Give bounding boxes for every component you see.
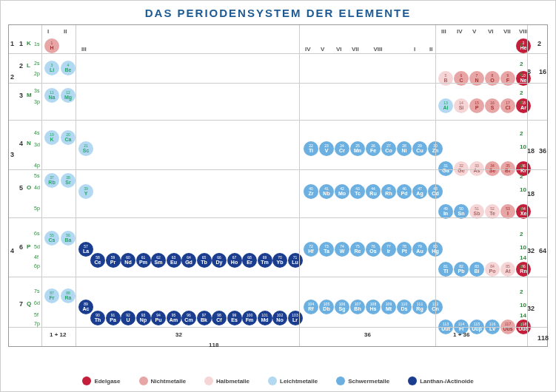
element-Md: 101Md	[258, 311, 272, 325]
element-At: 85At	[500, 262, 515, 277]
orbital-3d: 3d	[34, 142, 40, 147]
element-Rg: 111Rg	[412, 300, 427, 314]
count-15: 2	[520, 288, 523, 295]
orbital-6s: 6s	[34, 231, 39, 236]
element-Po: 84Po	[485, 262, 500, 277]
element-Bi: 83Bi	[469, 262, 484, 277]
block-sum-p: 1 + 36	[453, 331, 469, 338]
period-big-2: 2	[10, 73, 14, 81]
element-Pa: 91Pa	[106, 311, 121, 325]
element-Pu: 94Pu	[151, 311, 166, 325]
main-group-IV: IV	[457, 28, 463, 35]
shell-Q: Q	[27, 300, 31, 307]
periodic-table-chart: 1H2He3Li4Be5B6C7N8O9F10Ne11Na12Mg13Al14S…	[8, 24, 548, 347]
element-Ho: 67Ho	[227, 253, 242, 268]
element-K: 19K	[44, 130, 59, 145]
shell-K: K	[27, 40, 31, 47]
sum-p4: 18	[527, 147, 535, 155]
element-He: 2He	[516, 38, 531, 53]
element-Pb: 82Pb	[454, 262, 469, 277]
element-Hs: 108Hs	[366, 300, 381, 314]
count-0: 2	[520, 41, 523, 48]
element-Ag: 47Ag	[412, 184, 427, 199]
element-Fr: 87Fr	[44, 288, 59, 303]
element-V: 23V	[319, 141, 334, 156]
legend-light: Leichtmetalle	[268, 376, 318, 385]
element-Mg: 12Mg	[61, 88, 76, 103]
element-Ni: 28Ni	[397, 141, 412, 156]
element-Bh: 107Bh	[350, 300, 365, 314]
element-S: 16S	[485, 98, 500, 113]
element-Zr: 40Zr	[304, 184, 318, 199]
element-In: 49In	[438, 204, 453, 219]
element-Db: 105Db	[319, 300, 334, 314]
count-3: 2	[520, 89, 523, 96]
count-2: 6	[520, 71, 523, 78]
element-Cf: 98Cf	[212, 311, 227, 325]
element-Ta: 73Ta	[319, 242, 334, 257]
element-Th: 90Th	[90, 311, 105, 325]
orbital-2s: 2s	[34, 61, 39, 66]
element-Re: 75Re	[350, 242, 365, 257]
element-Ba: 56Ba	[61, 231, 76, 246]
count-16: 14	[520, 312, 526, 319]
element-Sn: 50Sn	[454, 204, 469, 219]
orbital-2p: 2p	[34, 71, 40, 76]
element-Ge: 32Ge	[454, 161, 469, 176]
sum-p6: 18	[527, 190, 535, 197]
sub-group-5: VIII	[374, 46, 383, 53]
element-Pd: 46Pd	[397, 184, 412, 199]
sub-group-6: I	[414, 46, 415, 53]
count-10: 6	[520, 206, 523, 212]
sub-group-7: II	[429, 46, 432, 53]
element-Te: 52Te	[485, 204, 500, 219]
sum-p7: 32	[527, 247, 535, 254]
element-Nd: 60Nd	[121, 253, 135, 268]
element-Fm: 100Fm	[242, 311, 257, 325]
element-Rn: 86Rn	[516, 262, 531, 277]
element-As: 33As	[469, 161, 484, 176]
shell-O: O	[27, 184, 31, 191]
sub-group-3: VI	[336, 46, 342, 53]
element-I: 53I	[500, 204, 515, 219]
main-group-III: III	[441, 28, 446, 35]
count-7: 6	[520, 163, 523, 169]
element-Dy: 66Dy	[212, 253, 227, 268]
main-group-II: II	[64, 28, 67, 35]
element-Ru: 44Ru	[366, 184, 381, 199]
element-Tc: 43Tc	[350, 184, 365, 199]
element-Yb: 70Yb	[272, 253, 287, 268]
element-O: 8O	[485, 71, 500, 86]
legend-metalloid: Halbmetalle	[204, 376, 249, 385]
element-Tl: 81Tl	[438, 262, 453, 277]
period-6: 6	[19, 243, 23, 251]
element-N: 7N	[469, 71, 484, 86]
page-title: DAS PERIODENSYSTEM DER ELEMENTE	[1, 1, 555, 25]
element-Rf: 104Rf	[304, 300, 318, 314]
sum-total: 118	[537, 334, 549, 342]
count-12: 14	[520, 254, 526, 261]
period-4: 4	[19, 140, 23, 147]
element-Ac: 89Ac	[78, 300, 93, 314]
element-Ga: 31Ga	[438, 161, 453, 176]
period-5: 5	[19, 184, 23, 192]
sum-p3: 16	[539, 68, 546, 75]
element-Np: 93Np	[136, 311, 151, 325]
orbital-4s: 4s	[34, 130, 39, 135]
element-Fe: 26Fe	[366, 141, 381, 156]
count-8: 2	[520, 173, 523, 180]
element-Mo: 42Mo	[335, 184, 349, 199]
sub-group-2: V	[321, 46, 324, 53]
legend-lan: Lanthan-/Actinoide	[408, 376, 473, 385]
sub-group-0: III	[81, 46, 87, 53]
period-2: 2	[19, 62, 23, 70]
element-La: 57La	[78, 242, 93, 257]
element-Be: 4Be	[61, 61, 76, 75]
legend-heavy: Schwermetalle	[336, 376, 389, 385]
shell-L: L	[27, 62, 30, 69]
sub-group-1: IV	[305, 46, 311, 53]
count-11: 2	[520, 231, 523, 237]
period-big-3: 3	[10, 151, 14, 158]
element-Sr: 38Sr	[61, 173, 76, 188]
shell-M: M	[27, 92, 32, 98]
